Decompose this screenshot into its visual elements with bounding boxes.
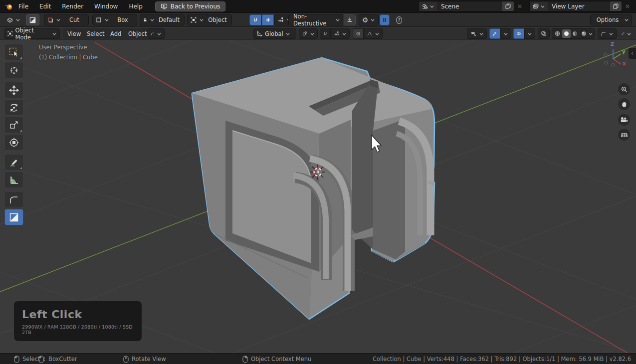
settings-dropdown[interactable]: ⚙	[359, 14, 379, 25]
overlays-options-dropdown[interactable]	[524, 28, 535, 39]
active-object-label: (1) Collection | Cube	[39, 54, 98, 61]
transform-orientation-dropdown[interactable]: Global	[253, 28, 296, 39]
shading-wireframe-button[interactable]	[553, 30, 562, 37]
cursor-tool-icon	[8, 65, 19, 76]
shape-dropdown[interactable]: Box	[92, 14, 137, 25]
gizmo-x-label[interactable]: x	[623, 61, 626, 66]
behavior-value: Non-Destructive	[291, 13, 333, 27]
back-to-previous-button[interactable]: Back to Previous	[155, 1, 226, 11]
status-bar: Select BoxCutter Rotate View Object Cont…	[0, 353, 636, 364]
tool-settings-bar: Cut Box Default Object	[0, 13, 636, 27]
shading-rendered-button[interactable]	[580, 30, 589, 37]
3d-viewport[interactable]: User Perspective (1) Collection | Cube	[0, 40, 636, 353]
pivot-point-dropdown[interactable]	[299, 28, 318, 39]
ortho-grid-icon	[621, 131, 628, 139]
mode-dropdown[interactable]: Object	[187, 14, 232, 25]
menu-edit[interactable]: Edit	[34, 0, 56, 13]
gizmo-options-dropdown[interactable]	[500, 28, 511, 39]
magnet-icon	[323, 30, 328, 37]
shading-solid-button[interactable]	[562, 29, 571, 38]
chevron-down-icon	[503, 31, 508, 36]
preset-dropdown[interactable]: Default	[140, 14, 185, 25]
apply-import-button[interactable]	[344, 14, 356, 25]
menu-render[interactable]: Render	[56, 0, 89, 13]
tool-cursor[interactable]	[4, 62, 23, 78]
active-tool-boxcutter-button[interactable]	[26, 14, 39, 25]
viewport-snap-toggle[interactable]	[320, 28, 331, 39]
view-layer-remove-button[interactable]: ✕	[622, 3, 633, 10]
tool-scale[interactable]	[4, 117, 23, 133]
chevron-down-icon	[540, 4, 545, 9]
preset-value: Default	[157, 16, 182, 23]
scene-selector[interactable]: Scene	[419, 1, 514, 11]
chevron-down-icon	[627, 31, 632, 36]
view-layer-browse-button[interactable]	[530, 1, 548, 11]
blender-window: File Edit Render Window Help Back to Pre…	[0, 0, 636, 364]
camera-view-button[interactable]	[618, 114, 630, 126]
chevron-down-icon	[310, 31, 315, 36]
falloff-dropdown[interactable]	[364, 28, 383, 39]
gizmo-y-label[interactable]: y	[622, 49, 626, 54]
grid-snap-button[interactable]	[262, 14, 274, 25]
corner-tool-icon	[601, 31, 607, 37]
tool-annotate[interactable]	[4, 154, 23, 171]
help-icon: ?	[396, 16, 402, 24]
gizmo-z-label[interactable]: Z	[611, 41, 614, 47]
corner-tool-dropdown[interactable]	[598, 28, 617, 39]
menu-file[interactable]: File	[13, 0, 34, 13]
object-visibility-dropdown[interactable]	[467, 28, 487, 39]
behavior-dropdown[interactable]: Non-Destructive	[288, 14, 343, 25]
annotate-pen-icon	[8, 157, 19, 168]
zoom-button[interactable]	[618, 83, 630, 95]
tool-measure[interactable]	[4, 172, 23, 188]
3d-viewport-editor-icon	[6, 16, 13, 24]
tool-rotate[interactable]	[4, 99, 23, 116]
tool-select-box[interactable]	[4, 44, 23, 60]
active-tool-dropdown[interactable]	[148, 28, 165, 39]
viewport-menu-add[interactable]: Add	[106, 28, 126, 39]
cut-mode-value: Cut	[63, 16, 86, 23]
sidebar-collapse-tab[interactable]: ‹	[629, 48, 636, 59]
pan-button[interactable]	[618, 98, 630, 110]
proportional-editing-toggle[interactable]	[353, 28, 364, 39]
view-perspective-label: User Perspective	[39, 44, 87, 51]
scene-new-copy-button[interactable]	[502, 1, 514, 11]
view-layer-name[interactable]: View Layer	[548, 3, 610, 10]
xray-toggle[interactable]	[538, 28, 550, 39]
pause-button[interactable]	[380, 14, 390, 25]
snap-toggle-button[interactable]	[249, 14, 261, 25]
chevron-down-icon	[56, 17, 61, 22]
tool-move[interactable]	[4, 82, 23, 98]
menu-window[interactable]: Window	[89, 0, 123, 13]
transform-arrows-dropdown[interactable]	[619, 28, 635, 39]
tool-boxcutter[interactable]	[4, 209, 23, 225]
cut-mode-dropdown[interactable]: Cut	[44, 14, 89, 25]
help-button[interactable]: ?	[393, 14, 405, 25]
navigation-axis-gizmo[interactable]	[599, 43, 628, 72]
scene-name[interactable]: Scene	[437, 3, 502, 10]
tool-more-indicator	[20, 167, 22, 169]
editor-type-selector[interactable]	[3, 14, 23, 25]
scene-unlink-button[interactable]: ✕	[514, 3, 525, 10]
viewport-snap-elements-dropdown[interactable]	[331, 28, 350, 39]
perspective-toggle-button[interactable]	[618, 129, 630, 141]
viewport-menu-select[interactable]: Select	[82, 28, 109, 39]
hint-label: Rotate View	[132, 356, 166, 363]
chevron-down-icon[interactable]	[588, 31, 593, 36]
scene-browse-button[interactable]	[419, 1, 437, 11]
rounded-corner-icon	[8, 194, 19, 205]
show-overlays-toggle[interactable]	[513, 28, 524, 39]
shading-material-button[interactable]	[571, 30, 580, 37]
interaction-mode-dropdown[interactable]: Object Mode	[4, 28, 60, 39]
options-dropdown[interactable]: Options	[590, 14, 632, 25]
view-layer-new-copy-button[interactable]	[610, 1, 622, 11]
view-layer-selector[interactable]: View Layer	[529, 1, 622, 11]
duplicate-icon	[613, 3, 619, 9]
3d-cursor	[310, 165, 325, 180]
tool-corner-round[interactable]	[4, 191, 23, 208]
show-gizmo-toggle[interactable]	[489, 28, 500, 39]
model-cube[interactable]	[192, 58, 434, 319]
menu-help[interactable]: Help	[123, 0, 148, 13]
tool-transform[interactable]	[4, 134, 23, 151]
lock-icon	[143, 16, 148, 23]
